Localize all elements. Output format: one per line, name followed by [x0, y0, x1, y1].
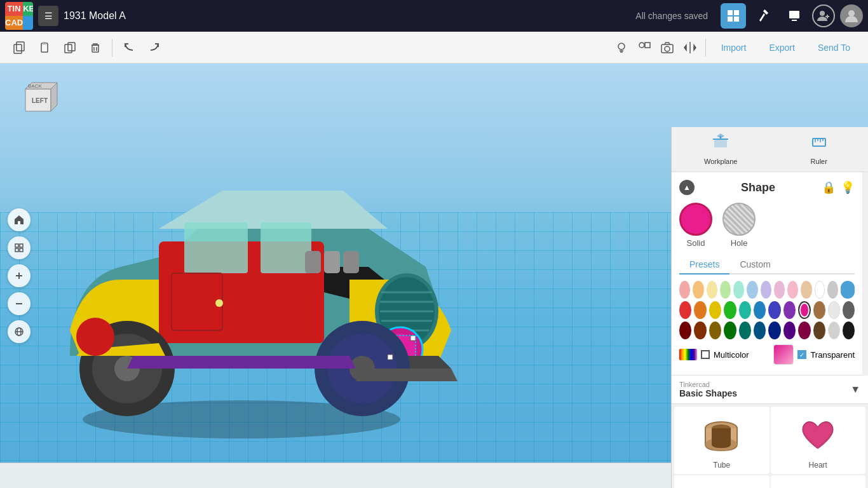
transparent-row: ✓ Transparent [773, 344, 855, 365]
undo-button[interactable] [118, 36, 140, 59]
library-dropdown-arrow[interactable]: ▼ [850, 384, 860, 395]
shape-tile-tube[interactable]: Tube [674, 407, 770, 474]
color-swatch[interactable] [801, 281, 811, 299]
svg-rect-44 [261, 222, 311, 273]
multicolor-checkbox[interactable] [701, 350, 710, 359]
hole-type[interactable]: Hole [722, 203, 756, 248]
color-swatch[interactable] [813, 322, 825, 339]
grid-view-button[interactable] [721, 3, 746, 29]
svg-rect-45 [172, 273, 222, 330]
save-status: All changes saved [635, 11, 708, 21]
color-swatch[interactable] [843, 301, 855, 319]
ruler-button[interactable]: Ruler [770, 127, 869, 172]
color-swatch[interactable] [720, 281, 731, 299]
color-swatch[interactable] [754, 322, 766, 339]
color-swatch[interactable] [739, 301, 751, 319]
board-view-button[interactable] [782, 3, 807, 29]
color-swatch[interactable] [679, 281, 690, 299]
color-swatch[interactable] [709, 301, 721, 319]
color-swatch[interactable] [707, 281, 717, 299]
color-swatch-extended[interactable] [841, 281, 855, 299]
right-toolbar-icons [611, 37, 700, 58]
ruler-icon [810, 133, 828, 155]
lock-icon[interactable]: 🔒 [822, 180, 836, 194]
delete-button[interactable] [84, 36, 107, 59]
custom-tab[interactable]: Custom [729, 255, 780, 274]
color-swatch[interactable] [733, 281, 744, 299]
color-swatch[interactable] [783, 322, 796, 339]
workplane-icon [712, 133, 729, 155]
shape-title: Shape [741, 181, 775, 194]
duplicate-button[interactable] [58, 36, 81, 59]
paste-button[interactable] [33, 36, 56, 59]
color-swatch[interactable] [768, 322, 780, 339]
color-swatch-selected[interactable] [798, 301, 810, 319]
fit-view-button[interactable] [8, 236, 31, 259]
heart-label: Heart [809, 461, 827, 470]
color-swatch[interactable] [679, 322, 691, 339]
shape-tile-yellow-star[interactable]: Star [771, 475, 866, 488]
hammer-view-button[interactable] [751, 3, 776, 29]
add-user-button[interactable] [812, 4, 835, 27]
export-button[interactable]: Export [759, 39, 804, 57]
collapse-button[interactable]: ▲ [679, 180, 695, 195]
transparent-checkbox[interactable]: ✓ [797, 350, 806, 359]
color-swatch[interactable] [815, 281, 825, 299]
svg-point-19 [639, 43, 644, 48]
svg-rect-2 [728, 17, 733, 22]
color-swatch[interactable] [761, 281, 771, 299]
color-swatch[interactable] [828, 322, 840, 339]
workplane-button[interactable]: Workplane [672, 127, 770, 172]
list-view-button[interactable]: ☰ [38, 6, 58, 26]
svg-rect-1 [734, 10, 739, 15]
ruler-label: Ruler [811, 158, 827, 165]
color-swatch[interactable] [747, 281, 757, 299]
color-swatch[interactable] [679, 301, 691, 319]
import-button[interactable]: Import [711, 39, 757, 57]
shape-tile-heart[interactable]: Heart [771, 407, 866, 474]
color-swatch[interactable] [798, 322, 810, 339]
color-swatch[interactable] [774, 281, 785, 299]
bulb-icon[interactable] [611, 37, 632, 58]
user-avatar[interactable] [840, 4, 863, 27]
color-swatch[interactable] [843, 322, 855, 339]
library-dropdown[interactable]: Tinkercad Basic Shapes ▼ [672, 376, 868, 404]
svg-rect-68 [324, 251, 340, 273]
3d-rotate-button[interactable] [8, 320, 31, 343]
mirror-icon[interactable] [680, 37, 700, 58]
color-swatch[interactable] [694, 322, 706, 339]
presets-tab[interactable]: Presets [679, 255, 729, 274]
color-swatch[interactable] [739, 322, 751, 339]
color-swatch[interactable] [813, 301, 825, 319]
color-swatch[interactable] [709, 322, 721, 339]
solid-type[interactable]: Solid [679, 203, 712, 248]
transparent-label: Transparent [810, 350, 855, 360]
color-swatch[interactable] [724, 322, 736, 339]
home-view-button[interactable] [8, 208, 31, 231]
color-swatch[interactable] [754, 301, 766, 319]
shapes-icon[interactable] [634, 37, 654, 58]
color-swatch[interactable] [694, 301, 706, 319]
solid-circle [679, 203, 712, 236]
shape-tile-star[interactable]: Arrow [674, 475, 770, 488]
copy-button[interactable] [8, 36, 31, 59]
tube-label: Tube [713, 461, 730, 470]
project-title: 1931 Model A [64, 10, 630, 22]
sendto-button[interactable]: Send To [808, 39, 860, 57]
svg-point-22 [665, 46, 670, 51]
zoom-out-button[interactable] [8, 292, 31, 315]
zoom-in-button[interactable] [8, 264, 31, 287]
toolbar: Import Export Send To [0, 32, 868, 64]
color-swatch[interactable] [724, 301, 736, 319]
svg-marker-75 [717, 133, 724, 139]
color-swatch[interactable] [828, 301, 840, 319]
svg-rect-73 [713, 139, 728, 140]
color-swatch[interactable] [827, 281, 838, 299]
camera-icon[interactable] [657, 37, 677, 58]
color-swatch[interactable] [768, 301, 780, 319]
color-swatch[interactable] [787, 281, 798, 299]
redo-button[interactable] [143, 36, 166, 59]
color-swatch[interactable] [783, 301, 796, 319]
color-swatch[interactable] [693, 281, 703, 299]
bulb-shape-icon[interactable]: 💡 [841, 180, 855, 194]
